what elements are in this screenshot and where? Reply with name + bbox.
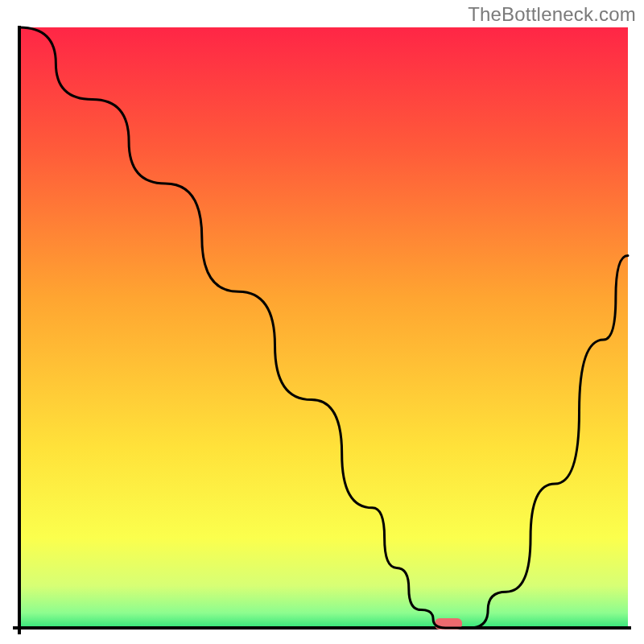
plot-background	[19, 27, 628, 628]
bottleneck-chart	[0, 0, 644, 644]
